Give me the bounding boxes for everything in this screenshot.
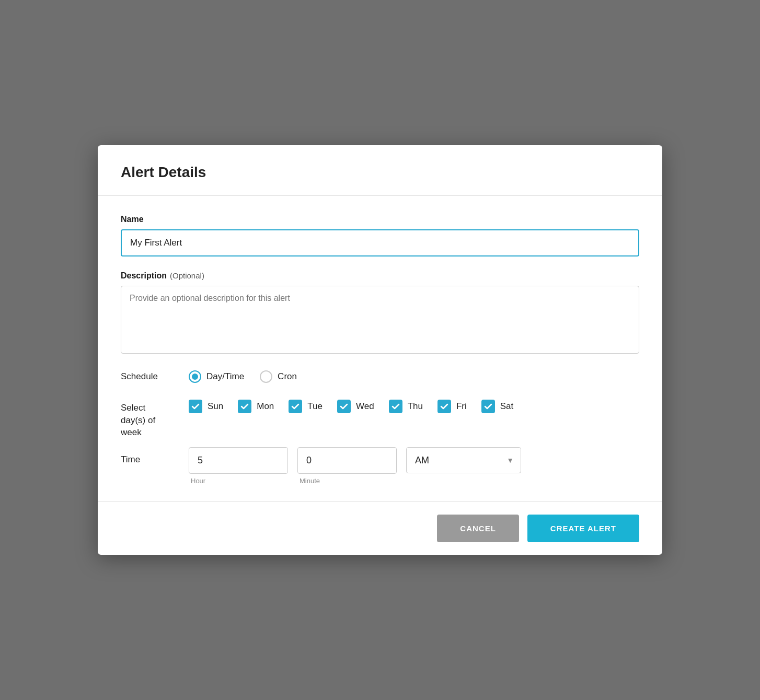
- radio-daytime-label: Day/Time: [206, 371, 244, 382]
- ampm-select-wrapper: AM PM ▼: [406, 447, 521, 473]
- time-hour-field: Hour: [189, 447, 288, 485]
- day-fri-label: Fri: [456, 401, 467, 412]
- days-checkboxes: Sun Mon Tue: [189, 400, 528, 423]
- day-fri[interactable]: Fri: [437, 400, 467, 413]
- checkbox-tue: [289, 400, 302, 413]
- radio-cron-circle: [260, 370, 272, 383]
- time-section: Time Hour Minute AM PM: [121, 447, 639, 485]
- name-input[interactable]: [121, 229, 639, 256]
- time-minute-label: Minute: [297, 477, 320, 485]
- schedule-label: Schedule: [121, 371, 189, 382]
- checkbox-wed: [337, 400, 351, 413]
- day-sun[interactable]: Sun: [189, 400, 223, 413]
- radio-cron-label: Cron: [278, 371, 297, 382]
- checkbox-sun: [189, 400, 202, 413]
- name-label: Name: [121, 215, 639, 224]
- radio-daytime-circle: [189, 370, 201, 383]
- day-tue-label: Tue: [307, 401, 323, 412]
- time-minute-input[interactable]: [297, 447, 397, 474]
- radio-cron[interactable]: Cron: [260, 370, 297, 383]
- create-alert-button[interactable]: CREATE ALERT: [527, 515, 639, 542]
- day-thu-label: Thu: [408, 401, 423, 412]
- time-inputs: Hour Minute AM PM ▼: [189, 447, 521, 485]
- description-optional: (Optional): [170, 271, 204, 280]
- checkbox-sat: [481, 400, 495, 413]
- cancel-button[interactable]: CANCEL: [437, 515, 519, 542]
- alert-details-modal: Alert Details Name Description(Optional)…: [98, 145, 662, 555]
- time-minute-field: Minute: [297, 447, 397, 485]
- day-tue[interactable]: Tue: [289, 400, 323, 413]
- time-label: Time: [121, 447, 189, 465]
- checkbox-thu: [389, 400, 402, 413]
- modal-body: Name Description(Optional) Schedule Day/…: [98, 196, 662, 501]
- day-mon[interactable]: Mon: [238, 400, 274, 413]
- modal-header: Alert Details: [98, 145, 662, 196]
- schedule-radio-group: Day/Time Cron: [189, 370, 297, 383]
- modal-overlay: Alert Details Name Description(Optional)…: [0, 0, 760, 700]
- schedule-section: Schedule Day/Time Cron: [121, 370, 639, 383]
- day-wed[interactable]: Wed: [337, 400, 374, 413]
- checkbox-fri: [437, 400, 451, 413]
- name-field-section: Name: [121, 215, 639, 256]
- day-wed-label: Wed: [356, 401, 374, 412]
- radio-daytime[interactable]: Day/Time: [189, 370, 244, 383]
- description-field-section: Description(Optional): [121, 271, 639, 356]
- days-label: Selectday(s) ofweek: [121, 400, 189, 439]
- ampm-select[interactable]: AM PM: [406, 447, 521, 473]
- day-sat[interactable]: Sat: [481, 400, 514, 413]
- time-hour-input[interactable]: [189, 447, 288, 474]
- day-sun-label: Sun: [208, 401, 223, 412]
- modal-footer: CANCEL CREATE ALERT: [98, 501, 662, 555]
- checkbox-mon: [238, 400, 251, 413]
- description-label: Description(Optional): [121, 271, 639, 281]
- days-section: Selectday(s) ofweek Sun Mon: [121, 400, 639, 439]
- day-thu[interactable]: Thu: [389, 400, 423, 413]
- time-hour-label: Hour: [189, 477, 205, 485]
- description-textarea[interactable]: [121, 286, 639, 354]
- day-sat-label: Sat: [500, 401, 514, 412]
- modal-title: Alert Details: [121, 164, 639, 181]
- day-mon-label: Mon: [257, 401, 274, 412]
